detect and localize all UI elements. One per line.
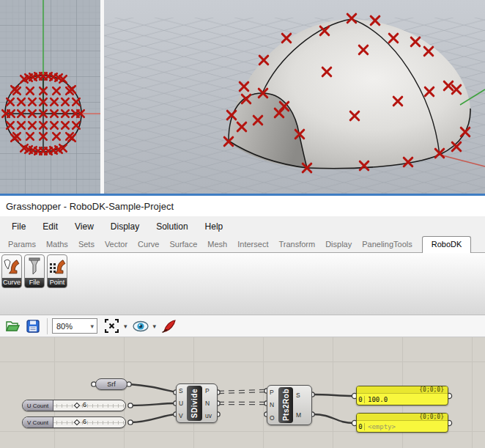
- tab-vector[interactable]: Vector: [100, 237, 133, 252]
- menu-display[interactable]: Display: [103, 219, 147, 235]
- pts2rob-node[interactable]: P N O Pts2Rob S M: [267, 385, 312, 425]
- zoom-level-combobox[interactable]: 80% ▾: [52, 318, 97, 334]
- panel-item-index: 0: [357, 423, 365, 430]
- category-tabbar: Params Maths Sets Vector Curve Surface M…: [0, 236, 485, 253]
- input-o[interactable]: O: [270, 414, 275, 422]
- sdivide-node[interactable]: S U V SDivide P N uv: [176, 383, 218, 423]
- preview-dropdown-chevron-icon[interactable]: ▾: [153, 323, 157, 330]
- robodk-point-button[interactable]: Point: [47, 254, 67, 288]
- sketch-pen-icon[interactable]: [161, 318, 177, 334]
- ribbon-button-label: Curve: [2, 278, 21, 287]
- u-count-slider[interactable]: U Count 6: [22, 400, 126, 411]
- perspective-view[interactable]: [104, 0, 485, 196]
- output-n[interactable]: N: [205, 400, 210, 407]
- wire-m-to-panel-bottom: [313, 414, 354, 423]
- wire-s-to-panel-top: [313, 394, 354, 396]
- toolbar-separator: [47, 318, 48, 334]
- zoom-level-value: 80%: [56, 322, 73, 331]
- window-title: Grasshopper - RoboDK-Sample-Project: [0, 201, 174, 212]
- output-uv[interactable]: uv: [205, 412, 212, 419]
- panel-path-header: {0;0;0}: [357, 414, 448, 421]
- zoom-extents-icon[interactable]: [103, 318, 119, 334]
- menu-edit[interactable]: Edit: [35, 219, 65, 235]
- slider-handle[interactable]: [74, 403, 80, 408]
- curve-robot-icon: [2, 255, 21, 278]
- slider-value: 6: [83, 418, 86, 425]
- tab-robodk[interactable]: RoboDK: [422, 236, 472, 253]
- tab-curve[interactable]: Curve: [133, 237, 164, 252]
- tab-panelingtools[interactable]: PanelingTools: [357, 237, 418, 252]
- viewport-divider[interactable]: [100, 0, 104, 196]
- menu-help[interactable]: Help: [198, 219, 231, 235]
- tab-maths[interactable]: Maths: [41, 237, 73, 252]
- preview-eye-icon[interactable]: [133, 318, 149, 334]
- panel-path-header: {0;0;0}: [357, 386, 448, 394]
- tab-params[interactable]: Params: [3, 237, 41, 252]
- slider-track[interactable]: 6: [53, 417, 125, 427]
- input-p[interactable]: P: [270, 389, 274, 396]
- grasshopper-titlebar[interactable]: Grasshopper - RoboDK-Sample-Project: [0, 196, 485, 216]
- rhino-viewport[interactable]: [0, 0, 485, 196]
- zoom-dropdown-chevron-icon[interactable]: ▾: [124, 323, 127, 330]
- slider-track[interactable]: 6: [53, 400, 125, 411]
- srf-param-node[interactable]: Srf: [95, 378, 127, 390]
- output-m[interactable]: M: [296, 411, 301, 419]
- canvas-toolbar: 80% ▾ ▾ ▾: [0, 315, 485, 337]
- tab-transform[interactable]: Transform: [273, 237, 320, 252]
- panel-speed[interactable]: {0;0;0} 0 100.0: [356, 386, 448, 405]
- tab-display[interactable]: Display: [320, 237, 357, 252]
- wire-vcount-to-v: [130, 414, 176, 422]
- robodk-curve-button[interactable]: Curve: [1, 254, 22, 288]
- tab-surface[interactable]: Surface: [164, 237, 202, 252]
- dashed-wires: [218, 391, 266, 403]
- save-file-icon[interactable]: [25, 318, 41, 334]
- menu-view[interactable]: View: [67, 219, 101, 235]
- chevron-down-icon: ▾: [90, 323, 94, 330]
- point-robot-icon: [48, 255, 67, 278]
- top-view[interactable]: [0, 0, 100, 196]
- ribbon-button-label: File: [25, 278, 44, 287]
- pts2rob-name-bar: Pts2Rob: [278, 387, 293, 423]
- robodk-ribbon: Curve File: [0, 253, 485, 315]
- wire-srf-to-s: [129, 384, 176, 392]
- panel-item-index: 0: [357, 396, 365, 403]
- ribbon-button-label: Point: [48, 278, 67, 287]
- input-v[interactable]: V: [179, 412, 183, 419]
- file-tool-icon: [25, 255, 44, 278]
- slider-label: V Count: [23, 417, 53, 427]
- wire-ucount-to-u: [130, 403, 176, 405]
- panel-item-value: 100.0: [365, 396, 388, 403]
- slider-value: 6: [83, 401, 86, 408]
- v-count-slider[interactable]: V Count 6: [22, 416, 126, 428]
- panel-item-value: <empty>: [365, 423, 396, 430]
- srf-label: Srf: [107, 381, 116, 388]
- output-p[interactable]: P: [205, 387, 210, 394]
- grasshopper-window: Grasshopper - RoboDK-Sample-Project File…: [0, 0, 485, 448]
- robodk-file-button[interactable]: File: [24, 254, 45, 288]
- tab-sets[interactable]: Sets: [73, 237, 100, 252]
- input-u[interactable]: U: [179, 400, 183, 407]
- output-s[interactable]: S: [296, 392, 300, 399]
- menu-solution[interactable]: Solution: [149, 219, 195, 235]
- input-s[interactable]: S: [179, 387, 183, 394]
- menubar: File Edit View Display Solution Help: [0, 216, 485, 236]
- sdivide-name-bar: SDivide: [187, 386, 202, 421]
- slider-label: U Count: [23, 400, 53, 411]
- open-file-icon[interactable]: [4, 318, 21, 334]
- tab-intersect[interactable]: Intersect: [232, 237, 273, 252]
- input-n[interactable]: N: [270, 401, 274, 408]
- grasshopper-canvas[interactable]: Srf U Count 6 V Count 6 S U V SDivide: [0, 337, 485, 448]
- menu-file[interactable]: File: [4, 219, 33, 235]
- slider-handle[interactable]: [74, 419, 80, 425]
- tab-mesh[interactable]: Mesh: [202, 237, 232, 252]
- panel-message[interactable]: {0;0;0} 0 <empty>: [356, 413, 448, 433]
